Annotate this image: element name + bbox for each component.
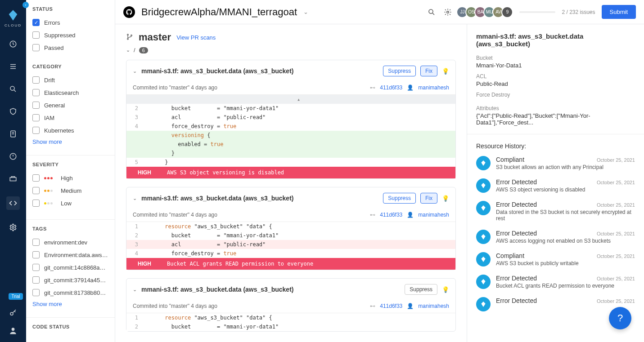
- submit-button[interactable]: Submit: [602, 5, 636, 19]
- nav-code-icon[interactable]: [6, 196, 20, 210]
- history-item[interactable]: CompliantOctober 25, 2021S3 bucket allow…: [476, 156, 635, 170]
- tag-filter[interactable]: Environment:data.aws_calle...: [32, 249, 108, 261]
- tag-filter[interactable]: git_commit:14c8868a3a13d...: [32, 261, 108, 274]
- nav-collapse-icon[interactable]: ›: [23, 2, 29, 8]
- nav-user-icon[interactable]: [8, 326, 18, 336]
- checkbox-icon[interactable]: [32, 31, 40, 39]
- category-filter[interactable]: General: [32, 99, 108, 111]
- diff-block: ▴2 bucket = "mmani-yor-data1"3 acl = "pu…: [126, 94, 455, 167]
- repo-dropdown-icon[interactable]: ⌄: [303, 9, 308, 15]
- nav-shield-icon[interactable]: [8, 107, 18, 116]
- avatar-stack[interactable]: JJOSBAMUAV9: [459, 6, 513, 18]
- line-number: 2: [126, 104, 142, 113]
- lightbulb-icon[interactable]: 💡: [442, 68, 449, 75]
- severity-filter-low[interactable]: Low: [32, 197, 108, 209]
- checkbox-icon[interactable]: [32, 187, 40, 194]
- issue-card: ⌄mmani-s3.tf: aws_s3_bucket.data (aws_s3…: [126, 60, 456, 179]
- commit-hash[interactable]: 411d6f33: [380, 84, 402, 91]
- line-number: 4: [126, 122, 142, 131]
- checkbox-icon[interactable]: [32, 19, 40, 26]
- checkbox-icon[interactable]: [32, 102, 40, 109]
- nav-list-icon[interactable]: [8, 62, 18, 71]
- nav-settings-icon[interactable]: [8, 222, 18, 232]
- category-filter[interactable]: Elasticsearch: [32, 86, 108, 99]
- checkbox-icon[interactable]: [32, 76, 40, 84]
- commit-hash[interactable]: 411d6f33: [380, 303, 402, 309]
- repo-title[interactable]: BridgecrewAlpha/MMANI_terragoat: [141, 6, 297, 18]
- checkbox-icon[interactable]: [32, 44, 40, 51]
- commit-author[interactable]: manimahesh: [418, 212, 449, 218]
- commit-icon: ⊷: [370, 212, 375, 218]
- category-show-more[interactable]: Show more: [32, 138, 108, 145]
- nav-key-icon[interactable]: [8, 308, 18, 318]
- suppress-button[interactable]: Suppress: [383, 66, 416, 76]
- search-icon[interactable]: [427, 7, 437, 17]
- category-filter[interactable]: IAM: [32, 111, 108, 124]
- lightbulb-icon[interactable]: 💡: [442, 286, 449, 293]
- filter-sidebar: STATUS ErrorsSuppressedPassed CATEGORY D…: [26, 0, 115, 342]
- issue-card: ⌄mmani-s3.tf: aws_s3_bucket.data (aws_s3…: [126, 278, 456, 332]
- commit-author[interactable]: manimahesh: [418, 84, 449, 91]
- nav-search-icon[interactable]: [8, 84, 18, 94]
- category-heading: CATEGORY: [32, 64, 108, 69]
- status-filter-errors[interactable]: Errors: [32, 16, 108, 29]
- checkbox-icon[interactable]: [32, 251, 40, 258]
- fix-button[interactable]: Fix: [420, 66, 437, 76]
- severity-filter-med[interactable]: Medium: [32, 184, 108, 197]
- nav-resources-icon[interactable]: [8, 174, 18, 184]
- category-filter[interactable]: Drift: [32, 74, 108, 86]
- nav-dashboard-icon[interactable]: [8, 39, 18, 49]
- brand-logo-icon: [7, 9, 19, 22]
- chevron-down-icon[interactable]: ⌄: [133, 287, 137, 293]
- checkbox-icon[interactable]: [32, 239, 40, 246]
- nav-doc-icon[interactable]: [8, 129, 18, 139]
- acl-label: ACL: [476, 73, 635, 80]
- checkbox-icon[interactable]: [32, 114, 40, 121]
- status-filter-suppressed[interactable]: Suppressed: [32, 29, 108, 41]
- history-item[interactable]: Error DetectedOctober 25, 2021Data store…: [476, 201, 635, 222]
- line-number: [126, 149, 142, 158]
- avatar-more[interactable]: 9: [501, 6, 513, 18]
- nav-alert-icon[interactable]: [8, 151, 18, 161]
- history-item[interactable]: Error DetectedOctober 25, 2021: [476, 297, 635, 311]
- filter-label: git_commit:81738b80d571f...: [44, 289, 108, 296]
- filter-label: git_commit:14c8868a3a13d...: [44, 264, 108, 271]
- history-status: Error Detected: [496, 230, 537, 237]
- codestatus-heading: CODE STATUS: [32, 324, 108, 329]
- lightbulb-icon[interactable]: 💡: [442, 195, 449, 202]
- checkbox-icon[interactable]: [32, 127, 40, 134]
- status-filter-passed[interactable]: Passed: [32, 41, 108, 54]
- line-number: 3: [126, 240, 142, 249]
- fix-button[interactable]: Fix: [420, 193, 437, 204]
- svg-point-8: [429, 9, 433, 13]
- suppress-button[interactable]: Suppress: [405, 284, 437, 295]
- tag-filter[interactable]: git_commit:37914a458001...: [32, 274, 108, 286]
- breadcrumb[interactable]: ⌄ / 6: [126, 47, 456, 53]
- checkbox-icon[interactable]: [32, 89, 40, 96]
- checkbox-icon[interactable]: [32, 200, 40, 207]
- commit-author[interactable]: manimahesh: [418, 303, 449, 309]
- help-fab[interactable]: ?: [609, 307, 631, 329]
- history-item[interactable]: CompliantOctober 25, 2021AWS S3 bucket i…: [476, 252, 635, 266]
- settings-icon[interactable]: [443, 7, 453, 17]
- tags-show-more[interactable]: Show more: [32, 301, 108, 307]
- tag-filter[interactable]: environment:dev: [32, 236, 108, 249]
- checkbox-icon[interactable]: [32, 289, 40, 296]
- suppress-button[interactable]: Suppress: [383, 193, 416, 204]
- tag-filter[interactable]: git_commit:81738b80d571f...: [32, 286, 108, 299]
- chevron-down-icon[interactable]: ⌄: [133, 195, 137, 201]
- history-item[interactable]: Error DetectedOctober 25, 2021AWS access…: [476, 230, 635, 244]
- checkbox-icon[interactable]: [32, 264, 40, 271]
- history-item[interactable]: Error DetectedOctober 25, 2021AWS S3 obj…: [476, 178, 635, 193]
- checkbox-icon[interactable]: [32, 276, 40, 284]
- history-item[interactable]: Error DetectedOctober 25, 2021Bucket ACL…: [476, 275, 635, 289]
- view-pr-link[interactable]: View PR scans: [176, 34, 216, 41]
- chevron-down-icon[interactable]: ⌄: [126, 47, 130, 53]
- line-number: [126, 140, 142, 149]
- commit-hash[interactable]: 411d6f33: [380, 212, 402, 218]
- severity-filter-high[interactable]: High: [32, 172, 108, 184]
- chevron-down-icon[interactable]: ⌄: [133, 68, 137, 74]
- issue-banner: HIGHAWS S3 object versioning is disabled: [126, 167, 455, 178]
- category-filter[interactable]: Kubernetes: [32, 124, 108, 137]
- checkbox-icon[interactable]: [32, 174, 40, 182]
